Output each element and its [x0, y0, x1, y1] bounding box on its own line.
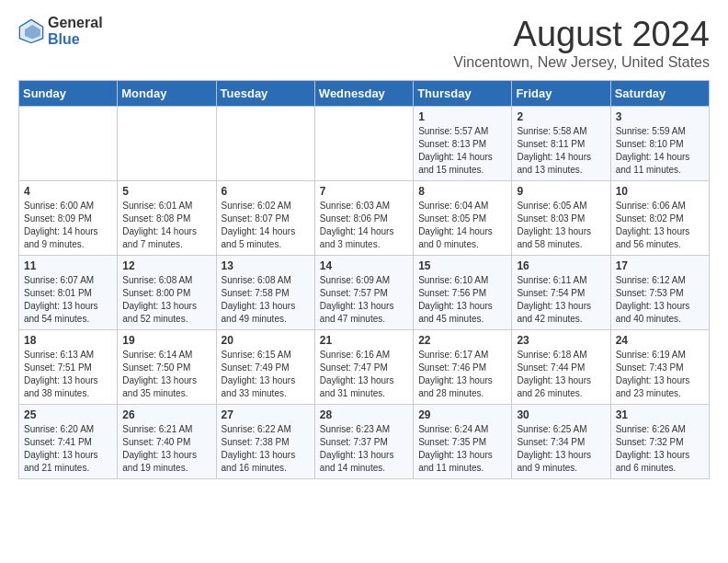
day-number: 11 [24, 259, 112, 272]
day-number: 3 [616, 110, 704, 123]
day-number: 31 [616, 408, 704, 421]
day-number: 7 [320, 185, 408, 198]
day-header-wednesday: Wednesday [314, 81, 413, 107]
day-info: Sunrise: 6:02 AM Sunset: 8:07 PM Dayligh… [222, 200, 310, 251]
calendar-cell: 28Sunrise: 6:23 AM Sunset: 7:37 PM Dayli… [314, 405, 413, 479]
day-info: Sunrise: 6:01 AM Sunset: 8:08 PM Dayligh… [122, 200, 210, 251]
calendar-header: SundayMondayTuesdayWednesdayThursdayFrid… [19, 81, 710, 107]
day-info: Sunrise: 6:18 AM Sunset: 7:44 PM Dayligh… [517, 349, 605, 400]
day-info: Sunrise: 6:19 AM Sunset: 7:43 PM Dayligh… [616, 349, 704, 400]
calendar-cell: 27Sunrise: 6:22 AM Sunset: 7:38 PM Dayli… [216, 405, 314, 479]
logo-icon [18, 18, 44, 44]
day-info: Sunrise: 6:26 AM Sunset: 7:32 PM Dayligh… [616, 423, 704, 475]
day-info: Sunrise: 6:07 AM Sunset: 8:01 PM Dayligh… [24, 274, 112, 326]
day-info: Sunrise: 6:12 AM Sunset: 7:53 PM Dayligh… [616, 274, 704, 326]
calendar-cell: 18Sunrise: 6:13 AM Sunset: 7:51 PM Dayli… [19, 330, 118, 405]
day-info: Sunrise: 5:59 AM Sunset: 8:10 PM Dayligh… [616, 125, 704, 177]
calendar-cell [118, 107, 216, 181]
day-info: Sunrise: 6:17 AM Sunset: 7:46 PM Dayligh… [418, 349, 506, 400]
day-info: Sunrise: 6:06 AM Sunset: 8:02 PM Dayligh… [616, 200, 704, 251]
day-info: Sunrise: 6:21 AM Sunset: 7:40 PM Dayligh… [122, 423, 210, 475]
calendar-cell: 29Sunrise: 6:24 AM Sunset: 7:35 PM Dayli… [414, 405, 512, 479]
calendar-cell: 20Sunrise: 6:15 AM Sunset: 7:49 PM Dayli… [216, 330, 314, 405]
calendar-cell: 9Sunrise: 6:05 AM Sunset: 8:03 PM Daylig… [512, 181, 610, 256]
day-info: Sunrise: 6:16 AM Sunset: 7:47 PM Dayligh… [320, 349, 408, 400]
day-number: 12 [122, 259, 210, 272]
calendar-subtitle: Vincentown, New Jersey, United States [453, 54, 710, 71]
logo-text: General Blue [48, 15, 103, 47]
logo-general-text: General [48, 15, 103, 31]
week-row-2: 11Sunrise: 6:07 AM Sunset: 8:01 PM Dayli… [19, 256, 710, 330]
day-header-friday: Friday [512, 81, 610, 107]
day-header-sunday: Sunday [19, 81, 118, 107]
day-number: 26 [122, 408, 210, 421]
calendar-cell: 3Sunrise: 5:59 AM Sunset: 8:10 PM Daylig… [610, 107, 709, 181]
calendar-cell: 1Sunrise: 5:57 AM Sunset: 8:13 PM Daylig… [414, 107, 512, 181]
day-header-thursday: Thursday [414, 81, 512, 107]
day-info: Sunrise: 5:58 AM Sunset: 8:11 PM Dayligh… [517, 125, 605, 177]
day-number: 6 [222, 185, 310, 198]
day-info: Sunrise: 6:10 AM Sunset: 7:56 PM Dayligh… [418, 274, 506, 326]
day-number: 2 [517, 110, 605, 123]
day-info: Sunrise: 6:25 AM Sunset: 7:34 PM Dayligh… [517, 423, 605, 475]
day-number: 17 [616, 259, 704, 272]
day-info: Sunrise: 6:04 AM Sunset: 8:05 PM Dayligh… [418, 200, 506, 251]
day-number: 19 [122, 334, 210, 347]
day-number: 30 [517, 408, 605, 421]
day-number: 1 [418, 110, 506, 123]
calendar-cell [216, 107, 314, 181]
calendar-cell: 16Sunrise: 6:11 AM Sunset: 7:54 PM Dayli… [512, 256, 610, 330]
day-header-row: SundayMondayTuesdayWednesdayThursdayFrid… [19, 81, 710, 107]
day-info: Sunrise: 6:00 AM Sunset: 8:09 PM Dayligh… [24, 200, 112, 251]
calendar-body: 1Sunrise: 5:57 AM Sunset: 8:13 PM Daylig… [19, 107, 710, 479]
calendar-cell: 30Sunrise: 6:25 AM Sunset: 7:34 PM Dayli… [512, 405, 610, 479]
day-info: Sunrise: 6:20 AM Sunset: 7:41 PM Dayligh… [24, 423, 112, 475]
day-number: 23 [517, 334, 605, 347]
day-info: Sunrise: 6:13 AM Sunset: 7:51 PM Dayligh… [24, 349, 112, 400]
calendar-title: August 2024 [453, 15, 710, 54]
day-info: Sunrise: 6:05 AM Sunset: 8:03 PM Dayligh… [517, 200, 605, 251]
day-number: 20 [222, 334, 310, 347]
day-info: Sunrise: 6:11 AM Sunset: 7:54 PM Dayligh… [517, 274, 605, 326]
calendar-cell [19, 107, 118, 181]
calendar-cell: 11Sunrise: 6:07 AM Sunset: 8:01 PM Dayli… [19, 256, 118, 330]
calendar-cell: 14Sunrise: 6:09 AM Sunset: 7:57 PM Dayli… [314, 256, 413, 330]
calendar-cell: 7Sunrise: 6:03 AM Sunset: 8:06 PM Daylig… [314, 181, 413, 256]
day-number: 15 [418, 259, 506, 272]
day-info: Sunrise: 6:08 AM Sunset: 7:58 PM Dayligh… [222, 274, 310, 326]
calendar-cell: 4Sunrise: 6:00 AM Sunset: 8:09 PM Daylig… [19, 181, 118, 256]
calendar-cell: 21Sunrise: 6:16 AM Sunset: 7:47 PM Dayli… [314, 330, 413, 405]
calendar-cell: 22Sunrise: 6:17 AM Sunset: 7:46 PM Dayli… [414, 330, 512, 405]
day-header-saturday: Saturday [610, 81, 709, 107]
day-number: 10 [616, 185, 704, 198]
day-number: 9 [517, 185, 605, 198]
day-number: 24 [616, 334, 704, 347]
day-info: Sunrise: 6:14 AM Sunset: 7:50 PM Dayligh… [122, 349, 210, 400]
calendar-cell: 24Sunrise: 6:19 AM Sunset: 7:43 PM Dayli… [610, 330, 709, 405]
calendar-cell: 25Sunrise: 6:20 AM Sunset: 7:41 PM Dayli… [19, 405, 118, 479]
day-info: Sunrise: 6:08 AM Sunset: 8:00 PM Dayligh… [122, 274, 210, 326]
calendar-cell: 19Sunrise: 6:14 AM Sunset: 7:50 PM Dayli… [118, 330, 216, 405]
day-number: 18 [24, 334, 112, 347]
calendar-cell: 8Sunrise: 6:04 AM Sunset: 8:05 PM Daylig… [414, 181, 512, 256]
day-number: 22 [418, 334, 506, 347]
day-header-tuesday: Tuesday [216, 81, 314, 107]
calendar-cell: 13Sunrise: 6:08 AM Sunset: 7:58 PM Dayli… [216, 256, 314, 330]
day-number: 14 [320, 259, 408, 272]
day-info: Sunrise: 6:09 AM Sunset: 7:57 PM Dayligh… [320, 274, 408, 326]
day-number: 4 [24, 185, 112, 198]
calendar-cell: 31Sunrise: 6:26 AM Sunset: 7:32 PM Dayli… [610, 405, 709, 479]
day-number: 29 [418, 408, 506, 421]
calendar-cell: 15Sunrise: 6:10 AM Sunset: 7:56 PM Dayli… [414, 256, 512, 330]
day-number: 25 [24, 408, 112, 421]
day-info: Sunrise: 6:22 AM Sunset: 7:38 PM Dayligh… [222, 423, 310, 475]
calendar-cell: 23Sunrise: 6:18 AM Sunset: 7:44 PM Dayli… [512, 330, 610, 405]
page-header: General Blue August 2024 Vincentown, New… [18, 15, 710, 71]
calendar-cell: 17Sunrise: 6:12 AM Sunset: 7:53 PM Dayli… [610, 256, 709, 330]
logo-blue-text: Blue [48, 31, 103, 48]
week-row-1: 4Sunrise: 6:00 AM Sunset: 8:09 PM Daylig… [19, 181, 710, 256]
calendar-cell [314, 107, 413, 181]
week-row-4: 25Sunrise: 6:20 AM Sunset: 7:41 PM Dayli… [19, 405, 710, 479]
day-number: 28 [320, 408, 408, 421]
day-number: 21 [320, 334, 408, 347]
